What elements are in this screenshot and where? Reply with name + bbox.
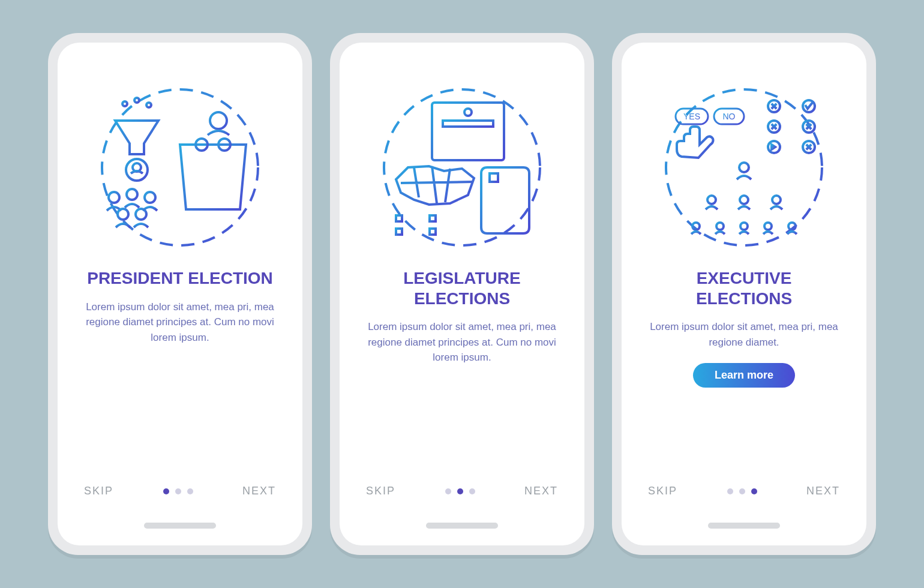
page-dots — [163, 488, 193, 494]
svg-point-83 — [788, 223, 796, 230]
onboarding-title: Legislature elections — [403, 268, 520, 308]
svg-text:NO: NO — [723, 112, 736, 121]
phone-mockup-2: Legislature elections Lorem ipsum dolor … — [330, 33, 594, 555]
skip-button[interactable]: SKIP — [84, 485, 113, 497]
svg-rect-36 — [430, 229, 436, 235]
svg-point-79 — [692, 223, 700, 230]
svg-point-15 — [109, 192, 119, 203]
skip-button[interactable]: SKIP — [648, 485, 677, 497]
onboarding-screen-3: YES NO — [622, 43, 866, 545]
executive-elections-illustration: YES NO — [654, 77, 834, 257]
learn-more-button[interactable]: Learn more — [693, 363, 795, 388]
svg-point-19 — [136, 209, 146, 220]
onboarding-description: Lorem ipsum dolor sit amet, mea pri, mea… — [648, 319, 840, 350]
home-indicator — [144, 523, 216, 529]
onboarding-nav: SKIP NEXT — [58, 485, 302, 497]
svg-point-72 — [772, 196, 781, 204]
svg-point-71 — [740, 196, 748, 204]
svg-rect-23 — [443, 121, 493, 127]
page-dot-2[interactable] — [739, 488, 745, 494]
svg-point-64 — [739, 163, 749, 172]
svg-point-16 — [127, 189, 137, 200]
page-dot-1[interactable] — [163, 488, 169, 494]
onboarding-nav: SKIP NEXT — [622, 485, 866, 497]
next-button[interactable]: NEXT — [806, 485, 840, 497]
president-election-illustration — [90, 77, 270, 257]
phone-mockup-3: YES NO — [612, 33, 876, 555]
page-dot-1[interactable] — [445, 488, 451, 494]
svg-rect-21 — [432, 103, 504, 160]
svg-point-18 — [118, 209, 128, 220]
page-dot-3[interactable] — [469, 488, 475, 494]
onboarding-title: Executive elections — [696, 268, 792, 308]
next-button[interactable]: NEXT — [524, 485, 558, 497]
home-indicator — [708, 523, 780, 529]
onboarding-nav: SKIP NEXT — [340, 485, 584, 497]
svg-text:YES: YES — [683, 112, 700, 121]
svg-point-6 — [146, 103, 151, 107]
svg-rect-39 — [490, 173, 498, 182]
onboarding-screen-2: Legislature elections Lorem ipsum dolor … — [340, 43, 584, 545]
phone-mockup-1: President election Lorem ipsum dolor sit… — [48, 33, 312, 555]
legislature-elections-illustration — [372, 77, 552, 257]
page-dot-2[interactable] — [175, 488, 181, 494]
page-dot-3[interactable] — [751, 488, 757, 494]
next-button[interactable]: NEXT — [242, 485, 276, 497]
home-indicator — [426, 523, 498, 529]
svg-point-22 — [464, 109, 472, 116]
svg-point-17 — [145, 192, 155, 203]
onboarding-description: Lorem ipsum dolor sit amet, mea pri, mea… — [84, 299, 276, 346]
page-dot-1[interactable] — [727, 488, 733, 494]
page-dot-3[interactable] — [187, 488, 193, 494]
svg-rect-33 — [396, 229, 402, 235]
svg-point-81 — [740, 223, 748, 230]
svg-point-5 — [134, 98, 139, 103]
svg-point-82 — [764, 223, 772, 230]
svg-point-9 — [210, 112, 227, 129]
onboarding-screen-1: President election Lorem ipsum dolor sit… — [58, 43, 302, 545]
svg-point-4 — [122, 101, 127, 106]
onboarding-description: Lorem ipsum dolor sit amet, mea pri, mea… — [366, 319, 558, 365]
svg-rect-30 — [430, 215, 436, 221]
page-dots — [445, 488, 475, 494]
svg-point-80 — [716, 223, 724, 230]
page-dot-2[interactable] — [457, 488, 463, 494]
page-dots — [727, 488, 757, 494]
skip-button[interactable]: SKIP — [366, 485, 395, 497]
svg-point-70 — [707, 196, 716, 204]
svg-rect-27 — [396, 215, 402, 221]
onboarding-title: President election — [87, 268, 273, 289]
